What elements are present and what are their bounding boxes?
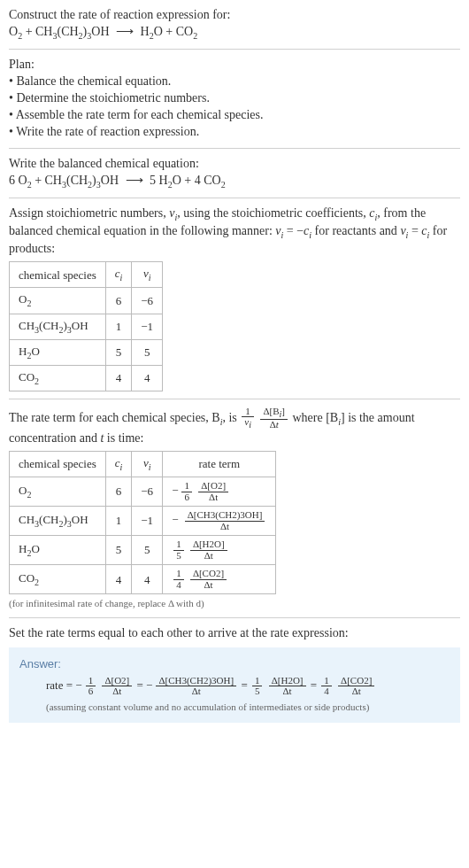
cell-c: 4 [105,565,132,594]
col-species: chemical species [10,262,106,288]
cell-species: CH3(CH2)3OH [10,314,106,339]
cell-nu: 5 [132,536,163,565]
cell-nu: 4 [132,365,163,391]
table-row: H2O 5 5 15 Δ[H2O]Δt [10,536,276,565]
table-row: O2 6 −6 [10,288,163,314]
cell-rate-term: 15 Δ[H2O]Δt [163,536,276,565]
table-row: CO2 4 4 14 Δ[CO2]Δt [10,565,276,594]
rate-term-table: chemical species ci νi rate term O2 6 −6… [9,451,276,594]
col-species: chemical species [10,451,106,477]
divider [9,198,460,198]
species-O2: O2 [9,25,22,38]
col-nui: νi [132,451,163,477]
plan-section: Plan: • Balance the chemical equation. •… [9,57,460,140]
cell-species: CO2 [10,565,106,594]
col-ci: ci [105,262,132,288]
cell-c: 5 [105,536,132,565]
reaction-arrow: ⟶ [116,25,134,38]
plan-bullet-3: • Assemble the rate term for each chemic… [9,107,460,124]
cell-species: O2 [10,477,106,507]
cell-rate-term: − Δ[CH3(CH2)3OH]Δt [163,507,276,536]
cell-species: CO2 [10,365,106,391]
table-header-row: chemical species ci νi [10,262,163,288]
species-O2: O2 [19,174,32,187]
divider [9,148,460,149]
species-butanol: CH3(CH2)3OH [45,174,119,187]
prompt-section: Construct the rate of reaction expressio… [9,7,460,42]
cell-c: 6 [105,288,132,314]
stoich-table: chemical species ci νi O2 6 −6 CH3(CH2)3… [9,261,163,391]
final-line: Set the rate terms equal to each other t… [9,625,460,642]
table-row: CH3(CH2)3OH 1 −1 [10,314,163,339]
cell-c: 5 [105,339,132,365]
cell-rate-term: 14 Δ[CO2]Δt [163,565,276,594]
cell-species: O2 [10,288,106,314]
stoich-section: Assign stoichiometric numbers, νi, using… [9,205,460,391]
species-H2O: H2O [141,25,163,38]
cell-species: H2O [10,339,106,365]
cell-c: 4 [105,365,132,391]
unbalanced-equation: O2 + CH3(CH2)3OH ⟶ H2O + CO2 [9,24,460,42]
answer-expression: rate = −16 Δ[O2]Δt = −Δ[CH3(CH2)3OH]Δt =… [19,676,450,697]
cell-nu: −1 [132,507,163,536]
cell-nu: 5 [132,339,163,365]
stoich-intro: Assign stoichiometric numbers, νi, using… [9,205,460,258]
plan-bullet-4: • Write the rate of reaction expression. [9,124,460,141]
plan-title: Plan: [9,57,460,74]
cell-nu: −6 [132,288,163,314]
col-rate-term: rate term [163,451,276,477]
rate-footnote: (for infinitesimal rate of change, repla… [9,597,460,610]
divider [9,49,460,50]
reaction-arrow: ⟶ [126,174,143,187]
table-header-row: chemical species ci νi rate term [10,451,276,477]
rate-term-section: The rate term for each chemical species,… [9,407,460,610]
cell-c: 6 [105,477,132,507]
cell-nu: 4 [132,565,163,594]
plan-bullet-2: • Determine the stoichiometric numbers. [9,90,460,107]
col-ci: ci [105,451,132,477]
cell-c: 1 [105,314,132,339]
answer-assumption: (assuming constant volume and no accumul… [19,701,450,714]
plan-bullet-1: • Balance the chemical equation. [9,74,460,90]
answer-label: Answer: [19,656,450,672]
balanced-section: Write the balanced chemical equation: 6 … [9,156,460,190]
rate-term-intro: The rate term for each chemical species,… [9,407,460,447]
cell-rate-term: −16 Δ[O2]Δt [163,477,276,507]
frac-dBi-dt: Δ[Bi]Δt [260,407,288,430]
species-butanol: CH3(CH2)3OH [35,25,112,38]
cell-species: CH3(CH2)3OH [10,507,106,536]
prompt-line1: Construct the rate of reaction expressio… [9,7,460,24]
balanced-title: Write the balanced chemical equation: [9,156,460,173]
table-row: O2 6 −6 −16 Δ[O2]Δt [10,477,276,507]
table-row: H2O 5 5 [10,339,163,365]
cell-nu: −6 [132,477,163,507]
cell-species: H2O [10,536,106,565]
species-CO2: CO2 [176,25,197,38]
divider [9,617,460,618]
table-row: CO2 4 4 [10,365,163,391]
frac-one-over-nu: 1νi [242,407,254,430]
cell-c: 1 [105,507,132,536]
divider [9,399,460,399]
species-CO2: CO2 [204,174,225,187]
cell-nu: −1 [132,314,163,339]
col-nui: νi [132,262,163,288]
answer-box: Answer: rate = −16 Δ[O2]Δt = −Δ[CH3(CH2)… [9,647,460,722]
species-H2O: H2O [159,174,181,187]
balanced-equation: 6 O2 + CH3(CH2)3OH ⟶ 5 H2O + 4 CO2 [9,173,460,190]
table-row: CH3(CH2)3OH 1 −1 − Δ[CH3(CH2)3OH]Δt [10,507,276,536]
